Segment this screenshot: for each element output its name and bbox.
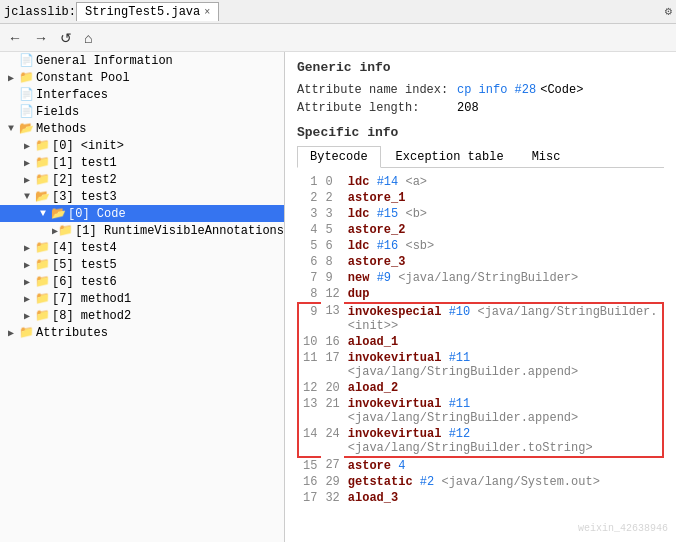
bytecode-row-9: 913invokespecial #10 <java/lang/StringBu… [298, 303, 663, 334]
row-number: 9 [298, 303, 321, 334]
tab-bytecode[interactable]: Bytecode [297, 146, 381, 168]
instruction-ref[interactable]: #9 [377, 271, 391, 285]
folder-icon-runtime-annotations: 📁 [58, 223, 73, 238]
tree-arrow-test1: ▶ [20, 157, 34, 169]
sidebar-item-test3[interactable]: ▼📂[3] test3 [0, 188, 284, 205]
row-number: 13 [298, 396, 321, 426]
row-number: 6 [298, 254, 321, 270]
tab-misc[interactable]: Misc [519, 146, 574, 167]
instruction-comment: <java/lang/StringBuilder.append> [348, 411, 578, 425]
instruction-ref[interactable]: #16 [377, 239, 399, 253]
byte-offset: 3 [321, 206, 343, 222]
row-number: 7 [298, 270, 321, 286]
instruction-ref[interactable]: #11 [449, 397, 471, 411]
sidebar-item-attributes[interactable]: ▶📁Attributes [0, 324, 284, 341]
byte-offset: 16 [321, 334, 343, 350]
instruction-ref[interactable]: #15 [377, 207, 399, 221]
folder-icon-fields: 📄 [18, 104, 34, 119]
opcode: astore_1 [348, 191, 406, 205]
opcode: invokevirtual [348, 427, 442, 441]
bytecode-row-3: 33ldc #15 <b> [298, 206, 663, 222]
sidebar-item-runtime-annotations[interactable]: ▶📁[1] RuntimeVisibleAnnotations [0, 222, 284, 239]
home-button[interactable]: ⌂ [80, 28, 96, 48]
sidebar-item-fields[interactable]: 📄Fields [0, 103, 284, 120]
row-number: 10 [298, 334, 321, 350]
byte-offset: 24 [321, 426, 343, 457]
instruction-cell: ldc #15 <b> [344, 206, 663, 222]
sidebar-item-test6[interactable]: ▶📁[6] test6 [0, 273, 284, 290]
opcode: invokevirtual [348, 397, 442, 411]
sidebar-item-method2[interactable]: ▶📁[8] method2 [0, 307, 284, 324]
folder-icon-method1: 📁 [34, 291, 50, 306]
back-button[interactable]: ← [4, 28, 26, 48]
attr-name-row: Attribute name index: cp info #28 <Code> [297, 83, 664, 97]
instruction-ref[interactable]: 4 [398, 459, 405, 473]
opcode: astore_2 [348, 223, 406, 237]
row-number: 8 [298, 286, 321, 303]
sidebar-item-constant-pool[interactable]: ▶📁Constant Pool [0, 69, 284, 86]
sidebar-item-test5[interactable]: ▶📁[5] test5 [0, 256, 284, 273]
folder-icon-test5: 📁 [34, 257, 50, 272]
tab-filename: StringTest5.java [85, 5, 200, 19]
folder-icon-interfaces: 📄 [18, 87, 34, 102]
instruction-ref[interactable]: #2 [420, 475, 434, 489]
generic-info-title: Generic info [297, 60, 664, 75]
bytecode-row-7: 79new #9 <java/lang/StringBuilder> [298, 270, 663, 286]
sidebar: 📄General Information▶📁Constant Pool📄Inte… [0, 52, 285, 542]
settings-icon[interactable]: ⚙ [665, 4, 672, 19]
instruction-comment: <java/lang/StringBuilder> [398, 271, 578, 285]
sidebar-item-general[interactable]: 📄General Information [0, 52, 284, 69]
sidebar-item-test1[interactable]: ▶📁[1] test1 [0, 154, 284, 171]
bytecode-row-5: 56ldc #16 <sb> [298, 238, 663, 254]
instruction-cell: new #9 <java/lang/StringBuilder> [344, 270, 663, 286]
folder-icon-test3: 📂 [34, 189, 50, 204]
row-number: 4 [298, 222, 321, 238]
tree-label-code: [0] Code [68, 207, 126, 221]
sidebar-item-init[interactable]: ▶📁[0] <init> [0, 137, 284, 154]
row-number: 17 [298, 490, 321, 506]
instruction-cell: astore_3 [344, 254, 663, 270]
watermark: weixin_42638946 [578, 523, 668, 534]
tab-close-button[interactable]: × [204, 7, 210, 18]
forward-button[interactable]: → [30, 28, 52, 48]
attr-length-label: Attribute length: [297, 101, 457, 115]
content-panel: Generic info Attribute name index: cp in… [285, 52, 676, 542]
bytecode-row-15: 1527astore 4 [298, 457, 663, 474]
sidebar-item-test2[interactable]: ▶📁[2] test2 [0, 171, 284, 188]
instruction-cell: invokevirtual #11 <java/lang/StringBuild… [344, 396, 663, 426]
byte-offset: 32 [321, 490, 343, 506]
tree-arrow-method1: ▶ [20, 293, 34, 305]
row-number: 3 [298, 206, 321, 222]
instruction-ref[interactable]: #11 [449, 351, 471, 365]
instruction-comment: <a> [405, 175, 427, 189]
byte-offset: 17 [321, 350, 343, 380]
opcode: invokevirtual [348, 351, 442, 365]
sidebar-item-code[interactable]: ▼📂[0] Code [0, 205, 284, 222]
opcode: aload_2 [348, 381, 398, 395]
attr-name-link[interactable]: cp info #28 [457, 83, 536, 97]
tab-exception-table[interactable]: Exception table [383, 146, 517, 167]
tree-label-method1: [7] method1 [52, 292, 131, 306]
byte-offset: 27 [321, 457, 343, 474]
instruction-cell: ldc #14 <a> [344, 174, 663, 190]
folder-icon-code: 📂 [50, 206, 66, 221]
instruction-ref[interactable]: #12 [449, 427, 471, 441]
row-number: 5 [298, 238, 321, 254]
instruction-comment: <java/lang/StringBuilder.toString> [348, 441, 593, 455]
bytecode-row-11: 1117invokevirtual #11 <java/lang/StringB… [298, 350, 663, 380]
row-number: 16 [298, 474, 321, 490]
instruction-ref[interactable]: #10 [449, 305, 471, 319]
sidebar-item-method1[interactable]: ▶📁[7] method1 [0, 290, 284, 307]
bytecode-row-8: 812dup [298, 286, 663, 303]
instruction-comment: <b> [405, 207, 427, 221]
instruction-ref[interactable]: #14 [377, 175, 399, 189]
sidebar-item-methods[interactable]: ▼📂Methods [0, 120, 284, 137]
sidebar-item-test4[interactable]: ▶📁[4] test4 [0, 239, 284, 256]
sidebar-item-interfaces[interactable]: 📄Interfaces [0, 86, 284, 103]
attr-length-value: 208 [457, 101, 479, 115]
refresh-button[interactable]: ↺ [56, 28, 76, 48]
bytecode-row-4: 45astore_2 [298, 222, 663, 238]
title-bar: jclasslib: StringTest5.java × ⚙ [0, 0, 676, 24]
file-tab[interactable]: StringTest5.java × [76, 2, 219, 21]
tree-label-methods: Methods [36, 122, 86, 136]
